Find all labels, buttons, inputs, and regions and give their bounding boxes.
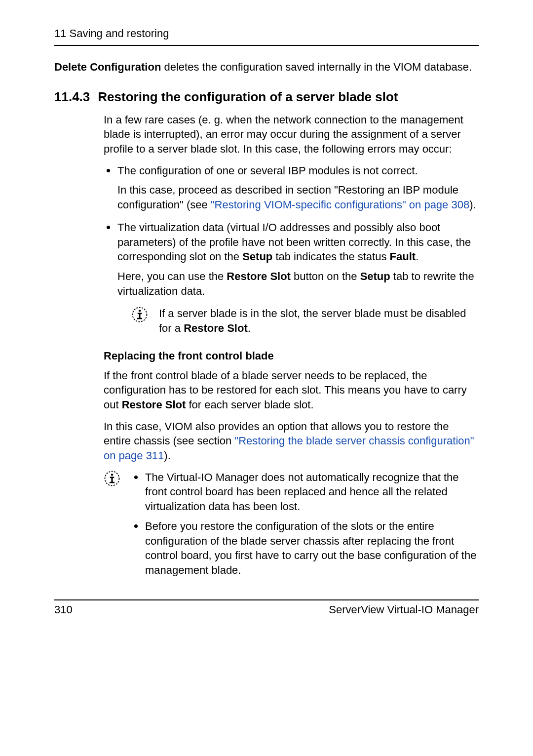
section-body: In a few rare cases (e. g. when the netw… xyxy=(104,113,479,586)
svg-rect-8 xyxy=(111,477,113,482)
info-note-inner: If a server blade is in the slot, the se… xyxy=(131,306,479,335)
bullet2-setup2: Setup xyxy=(360,270,390,282)
svg-rect-9 xyxy=(110,482,114,483)
running-header: 11 Saving and restoring xyxy=(54,27,479,40)
info-bullet-list: The Virtual-IO Manager does not automati… xyxy=(131,470,479,578)
svg-point-1 xyxy=(139,310,141,312)
section-heading: 11.4.3 Restoring the configuration of a … xyxy=(54,89,479,105)
intro-bold: Delete Configuration xyxy=(54,61,161,73)
section-title: Restoring the configuration of a server … xyxy=(98,89,398,105)
bullet1-main: The configuration of one or several IBP … xyxy=(117,164,418,177)
svg-rect-4 xyxy=(137,318,142,319)
info-note-outer: The Virtual-IO Manager does not automati… xyxy=(104,470,479,586)
bullet2-sub-pre: Here, you can use the xyxy=(117,270,227,282)
error-list: The configuration of one or several IBP … xyxy=(104,163,479,336)
bullet1-sub: In this case, proceed as described in se… xyxy=(117,183,479,212)
info-end: . xyxy=(248,322,251,334)
info-note-text: If a server blade is in the slot, the se… xyxy=(159,306,479,335)
info-bullet-1: The Virtual-IO Manager does not automati… xyxy=(145,471,459,513)
bullet2-setup1: Setup xyxy=(242,250,272,263)
section-lead: In a few rare cases (e. g. when the netw… xyxy=(104,113,479,157)
svg-rect-3 xyxy=(139,313,140,318)
info-restore: Restore Slot xyxy=(184,322,248,334)
page-number: 310 xyxy=(54,603,73,616)
bullet2-mid1: tab indicates the status xyxy=(272,250,389,263)
intro-paragraph: Delete Configuration deletes the configu… xyxy=(54,60,479,75)
list-item: The virtualization data (virtual I/O add… xyxy=(104,220,479,336)
replace-p1-post: for each server blade slot. xyxy=(186,398,313,411)
section-number: 11.4.3 xyxy=(54,89,90,105)
bullet2-sub-mid: button on the xyxy=(291,270,360,282)
bullet2-end1: . xyxy=(416,250,419,263)
link-restoring-viom[interactable]: "Restoring VIOM-specific configurations"… xyxy=(211,199,469,211)
info-outer-body: The Virtual-IO Manager does not automati… xyxy=(131,470,479,586)
info-icon xyxy=(104,470,120,487)
bullet2-fault: Fault xyxy=(390,250,416,263)
list-item: Before you restore the configuration of … xyxy=(131,519,479,578)
bullet2-restore: Restore Slot xyxy=(227,270,291,282)
replace-p2: In this case, VIOM also provides an opti… xyxy=(104,419,479,463)
list-item: The Virtual-IO Manager does not automati… xyxy=(131,470,479,514)
list-item: The configuration of one or several IBP … xyxy=(104,163,479,212)
top-divider xyxy=(54,45,479,46)
info-icon xyxy=(131,306,148,323)
svg-point-6 xyxy=(111,474,113,476)
product-name: ServerView Virtual-IO Manager xyxy=(329,603,479,616)
bullet2-sub: Here, you can use the Restore Slot butto… xyxy=(117,269,479,298)
footer: 310 ServerView Virtual-IO Manager xyxy=(54,603,479,616)
info-bullet-2: Before you restore the configuration of … xyxy=(145,520,476,576)
bullet1-sub-post: ). xyxy=(469,199,476,211)
replace-p1-bold: Restore Slot xyxy=(122,398,186,411)
replace-p2-post: ). xyxy=(164,449,170,462)
intro-rest: deletes the configuration saved internal… xyxy=(161,61,472,73)
replace-heading: Replacing the front control blade xyxy=(104,350,479,362)
bottom-divider xyxy=(54,599,479,600)
page-container: 11 Saving and restoring Delete Configura… xyxy=(0,0,533,756)
replace-p1: If the front control blade of a blade se… xyxy=(104,368,479,412)
